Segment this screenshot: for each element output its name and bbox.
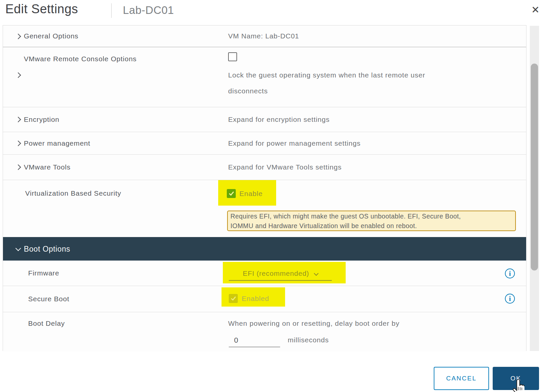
cancel-button[interactable]: CANCEL xyxy=(434,367,489,390)
chevron-right-icon[interactable] xyxy=(16,73,21,78)
vbs-label: Virtualization Based Security xyxy=(25,189,121,197)
row-general-options[interactable]: General Options VM Name: Lab-DC01 xyxy=(3,25,526,47)
edit-settings-dialog: { "header": { "title": "Edit Settings", … xyxy=(0,0,544,392)
settings-table: General Options VM Name: Lab-DC01 VMware… xyxy=(3,25,526,351)
chevron-down-icon[interactable] xyxy=(16,246,21,251)
encryption-label: Encryption xyxy=(24,116,59,123)
row-vmrc-options[interactable]: VMware Remote Console Options Lock the g… xyxy=(3,47,526,107)
title-divider xyxy=(111,3,112,18)
row-secure-boot: Secure Boot Enabled i xyxy=(3,286,526,312)
firmware-info-icon[interactable]: i xyxy=(505,269,515,278)
row-firmware: Firmware EFI (recommended) i xyxy=(3,261,526,286)
row-boot-delay: Boot Delay When powering on or resetting… xyxy=(3,312,526,351)
section-boot-options[interactable]: Boot Options xyxy=(3,237,526,261)
vmrc-lock-description: Lock the guest operating system when the… xyxy=(228,67,447,99)
secure-boot-label: Secure Boot xyxy=(28,295,69,303)
boot-delay-description: When powering on or resetting, delay boo… xyxy=(228,319,399,327)
vmrc-options-label: VMware Remote Console Options xyxy=(24,55,137,63)
secure-boot-checkbox xyxy=(229,294,238,303)
dialog-vm-name: Lab-DC01 xyxy=(123,4,174,17)
secure-boot-info-icon[interactable]: i xyxy=(505,294,515,304)
vmware-tools-value: Expand for VMware Tools settings xyxy=(228,163,342,171)
chevron-down-icon xyxy=(314,271,319,276)
boot-delay-unit: milliseconds xyxy=(288,336,329,344)
general-options-value: VM Name: Lab-DC01 xyxy=(228,32,299,40)
power-management-value: Expand for power management settings xyxy=(228,139,361,147)
vbs-enable-label: Enable xyxy=(239,190,263,198)
chevron-right-icon[interactable] xyxy=(16,141,21,146)
row-encryption[interactable]: Encryption Expand for encryption setting… xyxy=(3,107,526,132)
firmware-select[interactable]: EFI (recommended) xyxy=(229,268,332,281)
secure-boot-checkbox-label: Enabled xyxy=(242,295,269,303)
encryption-value: Expand for encryption settings xyxy=(228,116,330,123)
chevron-right-icon[interactable] xyxy=(16,117,21,122)
dialog-title: Edit Settings xyxy=(5,2,78,16)
vmware-tools-label: VMware Tools xyxy=(24,163,71,171)
close-icon[interactable]: ✕ xyxy=(529,3,542,17)
vbs-enable-checkbox[interactable] xyxy=(227,189,236,198)
row-power-management[interactable]: Power management Expand for power manage… xyxy=(3,132,526,155)
firmware-label: Firmware xyxy=(28,269,59,277)
general-options-label: General Options xyxy=(24,32,78,40)
vmrc-lock-checkbox[interactable] xyxy=(228,52,237,61)
chevron-right-icon[interactable] xyxy=(16,34,21,39)
ok-button[interactable]: OK xyxy=(493,367,539,390)
boot-delay-label: Boot Delay xyxy=(28,319,65,327)
chevron-right-icon[interactable] xyxy=(16,165,21,170)
vbs-warning-message: Requires EFI, which might make the guest… xyxy=(227,211,516,231)
boot-delay-input[interactable] xyxy=(229,334,280,347)
scrollbar-thumb[interactable] xyxy=(531,64,538,270)
power-management-label: Power management xyxy=(24,139,90,147)
row-virtualization-based-security: Virtualization Based Security Enable Req… xyxy=(3,180,526,237)
boot-options-label: Boot Options xyxy=(24,244,70,253)
row-vmware-tools[interactable]: VMware Tools Expand for VMware Tools set… xyxy=(3,155,526,180)
